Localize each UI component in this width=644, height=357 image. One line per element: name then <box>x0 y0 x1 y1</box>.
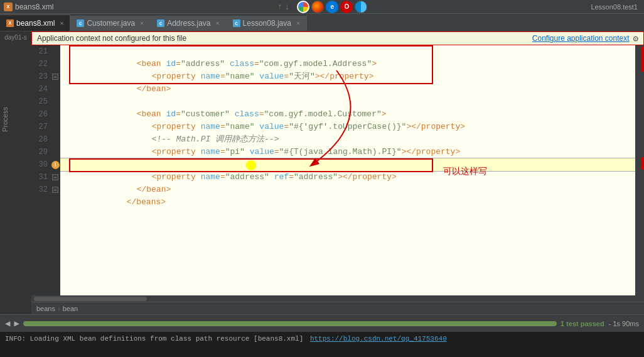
left-process-panel: day01-s Process <box>0 31 31 314</box>
chrome-icon[interactable] <box>297 1 309 13</box>
top-bar-filename: beans8.xml <box>15 3 53 11</box>
line-num-23: 23 <box>31 70 50 83</box>
tab-label-customer: Customer.java <box>87 19 135 28</box>
scroll-thumb[interactable] <box>34 297 147 301</box>
test-nav-next[interactable]: ▶ <box>14 318 19 329</box>
scroll-marker-1 <box>641 47 644 72</box>
tab-customer-java[interactable]: C Customer.java ✕ <box>70 16 151 31</box>
breadcrumb-sep: › <box>58 305 60 312</box>
tab-beans8-xml[interactable]: X beans8.xml ✕ <box>0 14 70 31</box>
gutter-22 <box>50 58 60 70</box>
line-num-21: 21 <box>31 45 50 58</box>
editor-area: day01-s Process Application context not … <box>0 31 644 314</box>
warning-right: Configure application context ⚙ <box>532 33 638 44</box>
gutter-21 <box>50 45 60 58</box>
line-num-29: 29 <box>31 146 50 158</box>
console-line-1: INFO: Loading XML bean definitions from … <box>5 333 639 344</box>
fold-icon-23[interactable]: − <box>52 74 58 80</box>
test-bar: ◀ ▶ 1 test passed - 1s 90ms <box>0 314 644 332</box>
editor-main: Application context not configured for t… <box>31 31 644 314</box>
gutter-24 <box>50 83 60 96</box>
firefox-icon[interactable] <box>311 1 324 13</box>
lesson08-java-icon: C <box>233 19 240 27</box>
warning-text: Application context not configured for t… <box>37 34 186 43</box>
tab-label-address: Address.java <box>167 19 210 28</box>
tab-close-address[interactable]: ✕ <box>216 19 220 27</box>
configure-link[interactable]: Configure application context <box>532 34 630 43</box>
xml-icon: X <box>6 19 14 27</box>
file-icon: X <box>4 3 13 11</box>
test-nav-prev[interactable]: ◀ <box>5 318 10 329</box>
line-num-28: 28 <box>31 133 50 146</box>
ie-icon[interactable]: e <box>326 1 338 13</box>
progress-bar-container <box>23 321 557 326</box>
nav-down-arrow[interactable]: ↓ <box>284 2 289 12</box>
day01-label: day01-s <box>0 31 31 43</box>
line-num-22: 22 <box>31 58 50 70</box>
fold-icon-31[interactable]: − <box>52 174 58 180</box>
code-line-25: <bean id="customer" class="com.gyf.model… <box>60 96 635 108</box>
tab-label-beans8: beans8.xml <box>16 19 55 28</box>
gutter-31[interactable]: − <box>50 171 60 184</box>
tab-lesson08-java[interactable]: C Lesson08.java ✕ <box>227 16 307 31</box>
console-link[interactable]: https://blog.csdn.net/qq_41753640 <box>310 335 447 343</box>
code-area[interactable]: 21 22 23 24 25 26 27 28 29 30 31 32 <box>31 45 644 295</box>
breadcrumb-bean: bean <box>63 305 78 312</box>
gutter-col: − ! − − <box>50 45 60 295</box>
breadcrumb-beans: beans <box>36 305 55 312</box>
tab-address-java[interactable]: C Address.java ✕ <box>151 16 226 31</box>
code-content[interactable]: <bean id="address" class="com.gyf.model.… <box>60 45 635 295</box>
process-label: Process <box>1 107 9 132</box>
gutter-32[interactable]: − <box>50 184 60 196</box>
app-window: X beans8.xml ↑ ↓ e O Lesson08.test1 X be… <box>0 0 644 357</box>
safari-icon[interactable] <box>355 1 367 13</box>
tab-close-customer[interactable]: ✕ <box>140 19 144 27</box>
tab-close-lesson08[interactable]: ✕ <box>296 19 300 27</box>
gutter-25 <box>50 96 60 108</box>
customer-java-icon: C <box>77 19 84 27</box>
nav-up-arrow[interactable]: ↑ <box>277 2 282 12</box>
line-num-26: 26 <box>31 108 50 121</box>
fold-icon-32[interactable]: − <box>52 187 58 193</box>
gutter-29 <box>50 146 60 158</box>
line-numbers-col: 21 22 23 24 25 26 27 28 29 30 31 32 <box>31 45 50 295</box>
tab-close-beans8[interactable]: ✕ <box>60 19 63 27</box>
gear-icon[interactable]: ⚙ <box>633 33 638 44</box>
address-java-icon: C <box>157 19 164 27</box>
test-passed-label: 1 test passed <box>561 320 604 327</box>
lesson-tab-right: Lesson08.test1 <box>591 3 640 11</box>
test-passed-text: 1 test passed - 1s 90ms <box>561 320 639 327</box>
gutter-28 <box>50 133 60 146</box>
horizontal-scrollbar[interactable] <box>31 295 644 302</box>
console-area: INFO: Loading XML bean definitions from … <box>0 332 644 357</box>
opera-icon[interactable]: O <box>340 1 353 13</box>
line-num-31: 31 <box>31 171 50 184</box>
line-num-30: 30 <box>31 158 50 171</box>
scroll-marker-2 <box>641 157 644 170</box>
line-num-25: 25 <box>31 96 50 108</box>
code-line-30: <property name="address" ref="address"><… <box>60 158 635 171</box>
test-time-label: - 1s 90ms <box>609 320 639 327</box>
line-num-24: 24 <box>31 83 50 96</box>
warn-icon-30: ! <box>51 161 60 169</box>
breadcrumb-bar: beans › bean <box>31 302 644 314</box>
console-text-1: INFO: Loading XML bean definitions from … <box>5 335 303 343</box>
gutter-30: ! <box>50 158 60 171</box>
progress-bar-fill <box>23 321 557 326</box>
nav-arrows: ↑ ↓ <box>277 2 289 12</box>
right-scroll-indicators <box>635 45 644 295</box>
line-num-27: 27 <box>31 121 50 133</box>
warning-banner: Application context not configured for t… <box>31 31 644 45</box>
code-line-21: <bean id="address" class="com.gyf.model.… <box>60 45 635 58</box>
tab-bar: X beans8.xml ✕ C Customer.java ✕ C Addre… <box>0 14 644 31</box>
gutter-26 <box>50 108 60 121</box>
browser-icons: e O <box>297 1 367 13</box>
tab-label-lesson08: Lesson08.java <box>243 19 291 28</box>
gutter-27 <box>50 121 60 133</box>
top-bar: X beans8.xml ↑ ↓ e O Lesson08.test1 <box>0 0 644 14</box>
line-num-32: 32 <box>31 184 50 196</box>
gutter-23[interactable]: − <box>50 70 60 83</box>
